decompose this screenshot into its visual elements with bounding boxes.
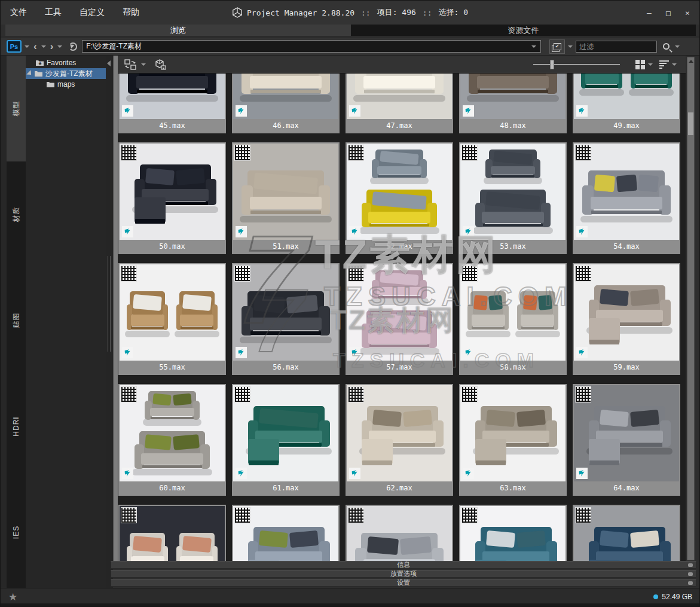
sofa-part — [516, 530, 546, 548]
sofa-part — [600, 530, 629, 548]
asset-item[interactable]: 58.max — [459, 263, 567, 375]
menu-item-2[interactable]: 自定义 — [80, 7, 105, 18]
scroll-up-icon[interactable] — [687, 57, 694, 65]
qr-code-icon — [349, 266, 363, 281]
sofa-part — [359, 227, 439, 234]
sofa-part — [369, 344, 429, 347]
forward-button[interactable]: › — [49, 41, 55, 53]
menu-item-0[interactable]: 文件 — [10, 7, 27, 18]
tree-item-0[interactable]: ★Favorites — [26, 57, 106, 68]
favorite-star-icon[interactable]: ★ — [8, 591, 17, 603]
category-tab-2[interactable]: 贴图 — [7, 267, 26, 373]
asset-label: 57.max — [347, 361, 452, 374]
asset-item[interactable]: 61.max — [232, 384, 340, 496]
address-combobox[interactable]: F:\沙发篇-TZ素材 — [82, 40, 541, 53]
asset-label: 45.max — [120, 119, 225, 132]
rollout-pin-icon[interactable] — [688, 563, 693, 567]
collapse-panel-icon[interactable] — [107, 60, 111, 66]
category-tab-0[interactable]: 模型 — [7, 56, 26, 161]
rollout-0[interactable]: 信息 — [111, 561, 696, 569]
sofa-part — [151, 417, 194, 419]
max-badge-icon — [576, 105, 588, 117]
tab-resource-files[interactable]: 资源文件 — [351, 25, 696, 36]
photoshop-dropdown-icon[interactable] — [25, 45, 29, 48]
scrollbar-thumb[interactable] — [688, 112, 693, 135]
search-dropdown-icon[interactable] — [675, 45, 680, 48]
sofa-part — [286, 295, 318, 313]
sofa-part — [133, 536, 162, 553]
asset-item[interactable]: 69.max — [573, 505, 680, 561]
asset-item[interactable]: 55.max — [118, 263, 226, 375]
tab-browse[interactable]: 浏览 — [5, 25, 351, 36]
thumbnail-size-slider[interactable] — [533, 64, 620, 65]
address-path: F:\沙发篇-TZ素材 — [86, 41, 142, 51]
splitter-grip[interactable] — [108, 256, 111, 352]
slider-handle[interactable] — [550, 60, 554, 69]
sofa-part — [538, 295, 552, 311]
asset-item[interactable]: 60.max — [118, 384, 226, 496]
asset-item[interactable]: 62.max — [346, 384, 453, 496]
asset-label: 54.max — [574, 240, 679, 253]
category-tab-1[interactable]: 材质 — [7, 161, 26, 267]
asset-item[interactable]: 63.max — [459, 384, 567, 496]
view-mode-dropdown-icon[interactable] — [648, 63, 653, 66]
sync-dropdown-icon[interactable] — [141, 63, 146, 66]
asset-item[interactable]: 65.max — [118, 505, 226, 561]
asset-item[interactable]: 57.max — [346, 263, 453, 375]
filter-presets-button[interactable] — [549, 39, 565, 54]
qr-code-icon — [121, 508, 136, 523]
asset-item[interactable]: 66.max — [232, 505, 340, 561]
asset-item[interactable]: 56.max — [232, 263, 340, 375]
asset-item[interactable]: 68.max — [459, 505, 567, 561]
rollout-1[interactable]: 放置选项 — [111, 570, 696, 578]
tree-expander-icon[interactable] — [26, 70, 33, 77]
view-mode-grid-icon[interactable] — [635, 60, 645, 69]
maximize-button[interactable]: □ — [664, 8, 673, 17]
sofa-part — [173, 394, 192, 405]
asset-item[interactable]: 51.max — [232, 142, 340, 254]
sofa-part — [630, 410, 659, 427]
sort-order-icon[interactable] — [659, 60, 669, 69]
sort-dropdown-icon[interactable] — [672, 63, 677, 66]
back-history-dropdown-icon[interactable] — [41, 45, 46, 48]
asset-item[interactable]: 64.max — [573, 384, 680, 496]
max-badge-icon — [122, 105, 133, 117]
address-dropdown-icon[interactable] — [531, 45, 536, 48]
sync-assets-button[interactable] — [124, 59, 137, 71]
sofa-part — [491, 166, 536, 175]
asset-item[interactable]: 52.max — [346, 142, 453, 254]
close-button[interactable]: × — [683, 8, 692, 17]
category-tab-3[interactable]: HDRI — [7, 373, 26, 479]
folder-icon — [34, 70, 43, 77]
forward-history-dropdown-icon[interactable] — [57, 45, 62, 48]
grid-scrollbar[interactable] — [687, 57, 695, 560]
asset-item[interactable]: 53.max — [459, 142, 567, 254]
tree-item-2[interactable]: maps — [26, 79, 106, 90]
menu-item-1[interactable]: 工具 — [45, 7, 62, 18]
filter-presets-dropdown-icon[interactable] — [568, 45, 573, 48]
filter-input[interactable] — [576, 41, 657, 53]
asset-item[interactable]: 59.max — [573, 263, 680, 375]
rollout-pin-icon[interactable] — [688, 581, 693, 585]
tree-item-1[interactable]: 沙发篇-TZ素材 — [26, 68, 106, 79]
rollout-pin-icon[interactable] — [688, 572, 693, 576]
panel-splitter[interactable] — [106, 56, 113, 588]
refresh-icon[interactable] — [69, 42, 77, 51]
category-tab-4[interactable]: IES — [7, 479, 26, 585]
search-icon[interactable] — [663, 43, 670, 50]
minimize-button[interactable]: – — [644, 8, 654, 17]
sofa-part — [250, 318, 322, 331]
thumbnail-image — [574, 506, 679, 561]
asset-item[interactable]: 67.max — [346, 505, 453, 561]
photoshop-button[interactable]: Ps — [7, 40, 22, 53]
asset-item[interactable]: 54.max — [573, 142, 680, 254]
tree-scrollbar[interactable] — [113, 56, 118, 561]
asset-label: 58.max — [460, 361, 565, 374]
back-button[interactable]: ‹ — [32, 41, 38, 53]
tree-item-label: maps — [55, 80, 75, 89]
rollout-2[interactable]: 设置 — [111, 579, 696, 587]
save-model-button[interactable] — [154, 59, 167, 71]
menu-item-3[interactable]: 帮助 — [123, 7, 139, 18]
sofa-part — [585, 85, 618, 88]
asset-item[interactable]: 50.max — [118, 142, 226, 254]
